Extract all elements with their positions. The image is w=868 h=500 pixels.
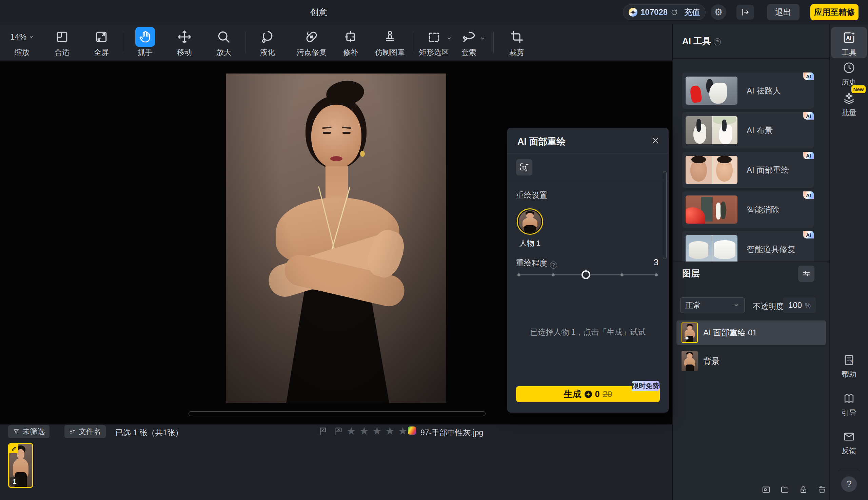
color-label-swatch[interactable] <box>408 427 416 435</box>
face-repaint-mode-button[interactable] <box>516 159 532 175</box>
lock-button[interactable] <box>799 485 808 494</box>
chevron-down-icon <box>733 302 739 308</box>
exit-button[interactable]: 退出 <box>767 4 800 20</box>
rail-item-tools[interactable]: AI 工具 <box>830 31 868 58</box>
sliders-icon <box>802 269 811 279</box>
horizontal-scrollbar[interactable] <box>189 411 486 416</box>
tool-thumbnail <box>686 116 737 144</box>
filmstrip-thumbnail[interactable]: 1 <box>8 443 33 488</box>
opacity-label: 不透明度 <box>753 301 784 312</box>
help-question-button[interactable]: ? <box>841 476 857 492</box>
funnel-icon <box>13 428 20 435</box>
toolbar-item-liquify[interactable]: 液化 <box>242 27 293 58</box>
layer-adjust-button[interactable] <box>798 265 814 282</box>
apply-to-retouch-button[interactable]: 应用至精修 <box>810 4 858 20</box>
gear-icon: ⚙ <box>714 7 723 18</box>
lasso-icon <box>461 30 476 44</box>
ai-tool-card-prop-repair[interactable]: 智能道具修复 AI <box>682 231 814 262</box>
photo-vignette <box>226 73 446 403</box>
chevron-down-icon <box>480 36 485 41</box>
section-divider <box>673 262 829 262</box>
thumbnail-index: 1 <box>10 477 19 486</box>
credits-pill[interactable]: 107028 充值 <box>623 4 705 20</box>
right-sidebar: AI 工具? AI 祛路人 AI AI 布景 AI <box>672 24 829 500</box>
hand-icon <box>138 30 152 44</box>
star-icon[interactable]: ★ <box>398 424 408 438</box>
star-icon[interactable]: ★ <box>385 424 395 438</box>
person-label: 人物 1 <box>509 238 550 248</box>
star-icon[interactable]: ★ <box>346 424 356 438</box>
toolbar-item-zoom-in[interactable]: 放大 <box>198 27 249 58</box>
person-avatar[interactable] <box>517 208 543 235</box>
delete-layer-button[interactable] <box>817 485 827 494</box>
layer-row-background[interactable]: 背景 <box>677 349 826 373</box>
snapshot-button[interactable] <box>761 485 771 494</box>
bandaid-icon <box>304 30 319 44</box>
toolbar-item-clone-stamp[interactable]: 仿制图章 <box>365 27 415 58</box>
ai-tool-card-face-repaint[interactable]: AI 面部重绘 AI <box>682 152 814 188</box>
opacity-unit: % <box>804 302 811 309</box>
ai-tools-header: AI 工具? <box>682 35 721 47</box>
question-icon[interactable]: ? <box>714 38 721 45</box>
toolbar-item-crop[interactable]: 裁剪 <box>491 27 542 58</box>
layers-header: 图层 <box>682 268 700 280</box>
rail-item-guide[interactable]: 引导 <box>830 392 868 418</box>
sort-button[interactable]: 文件名 <box>64 425 106 438</box>
blend-mode-select[interactable]: 正常 <box>680 297 745 313</box>
settings-button[interactable]: ⚙ <box>711 4 726 20</box>
refresh-icon[interactable] <box>671 9 678 16</box>
tool-thumbnail <box>686 235 737 262</box>
rail-item-batch[interactable]: 批量 <box>830 91 868 118</box>
slider-handle[interactable] <box>581 270 590 279</box>
layer-thumbnail <box>681 322 698 343</box>
rail-item-history[interactable]: 历史 <box>830 61 868 88</box>
fit-icon <box>55 30 69 44</box>
chevron-down-icon <box>29 35 34 39</box>
recharge-button[interactable]: 充值 <box>684 7 700 18</box>
liquify-icon <box>260 30 275 44</box>
app-window: 创意 107028 充值 ⚙ 退出 应用至精修 <box>0 0 868 500</box>
flag-pick-icon[interactable] <box>319 427 327 436</box>
new-folder-button[interactable] <box>780 485 789 494</box>
star-icon[interactable]: ★ <box>372 424 382 438</box>
flag-reject-icon[interactable] <box>334 427 343 436</box>
toolbar-item-fullscreen[interactable]: 全屏 <box>76 27 127 58</box>
ai-tool-card-scene[interactable]: AI 布景 AI <box>682 112 814 148</box>
pencil-icon <box>11 446 16 452</box>
strength-slider[interactable] <box>518 271 658 278</box>
close-icon[interactable] <box>651 136 660 145</box>
tool-thumbnail <box>686 195 737 224</box>
book-icon <box>843 392 855 405</box>
layer-thumbnail <box>681 351 698 371</box>
ai-badge: AI <box>803 112 814 120</box>
trash-icon <box>817 485 827 494</box>
toolbar-item-lasso[interactable]: 套索 <box>444 27 494 58</box>
marquee-icon <box>426 30 442 44</box>
lock-icon <box>799 485 808 494</box>
ai-badge: AI <box>803 152 814 159</box>
top-bar: 创意 107028 充值 ⚙ 退出 应用至精修 <box>0 0 868 24</box>
crop-icon <box>509 30 524 44</box>
slider-stop <box>552 273 555 276</box>
rail-item-help[interactable]: ? 帮助 <box>830 354 868 379</box>
snapshot-icon <box>761 485 771 494</box>
layer-row-face-repaint[interactable]: AI 面部重绘 01 <box>677 320 826 345</box>
star-icon[interactable]: ★ <box>359 424 369 438</box>
panel-scrollbar[interactable] <box>663 171 667 259</box>
opacity-input[interactable]: 100 % <box>783 297 816 313</box>
filter-button[interactable]: 未筛选 <box>8 425 49 438</box>
slider-stop <box>621 273 624 276</box>
envelope-icon <box>843 430 855 443</box>
question-icon[interactable]: ? <box>550 262 557 269</box>
ai-badge: AI <box>803 191 814 199</box>
rail-item-feedback[interactable]: 反馈 <box>830 430 868 456</box>
ai-tool-card-remove-passerby[interactable]: AI 祛路人 AI <box>682 72 814 109</box>
selection-count: 已选 1 张（共1张） <box>115 428 183 438</box>
repaint-settings-label: 重绘设置 <box>516 190 547 201</box>
ai-tool-card-smart-erase[interactable]: 智能消除 AI <box>682 191 814 228</box>
page-title: 创意 <box>292 0 346 24</box>
fullscreen-icon <box>94 30 109 44</box>
ai-tools-icon: AI <box>842 31 856 45</box>
photo-portrait[interactable] <box>226 73 446 403</box>
export-button[interactable] <box>736 5 754 20</box>
